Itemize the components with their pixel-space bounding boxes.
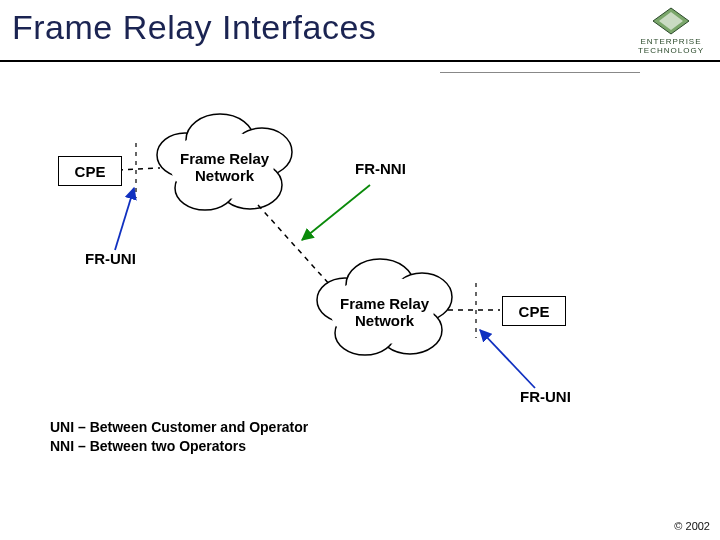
arrow-fr-uni-left bbox=[115, 188, 134, 250]
label-fr-nni: FR-NNI bbox=[355, 160, 406, 177]
cloud-1-text: Frame Relay Network bbox=[180, 150, 269, 185]
cloud-1-line1: Frame Relay bbox=[180, 150, 269, 167]
cloud-2-text: Frame Relay Network bbox=[340, 295, 429, 330]
legend: UNI – Between Customer and Operator NNI … bbox=[50, 418, 308, 456]
label-fr-uni-right: FR-UNI bbox=[520, 388, 571, 405]
link-cloud1-cloud2 bbox=[258, 205, 330, 285]
cloud-2-line2: Network bbox=[355, 312, 414, 329]
node-cpe-1-label: CPE bbox=[75, 163, 106, 180]
legend-nni: NNI – Between two Operators bbox=[50, 437, 308, 456]
cloud-1-line2: Network bbox=[195, 167, 254, 184]
node-cpe-2: CPE bbox=[502, 296, 566, 326]
arrow-fr-nni bbox=[302, 185, 370, 240]
arrow-fr-uni-right bbox=[480, 330, 535, 388]
node-cpe-2-label: CPE bbox=[519, 303, 550, 320]
link-cpe1-cloud1 bbox=[118, 168, 160, 170]
copyright: © 2002 bbox=[674, 520, 710, 532]
label-fr-uni-left: FR-UNI bbox=[85, 250, 136, 267]
legend-uni: UNI – Between Customer and Operator bbox=[50, 418, 308, 437]
cloud-2-line1: Frame Relay bbox=[340, 295, 429, 312]
diagram-svg bbox=[0, 0, 720, 540]
slide: Frame Relay Interfaces ENTERPRISE TECHNO… bbox=[0, 0, 720, 540]
node-cpe-1: CPE bbox=[58, 156, 122, 186]
